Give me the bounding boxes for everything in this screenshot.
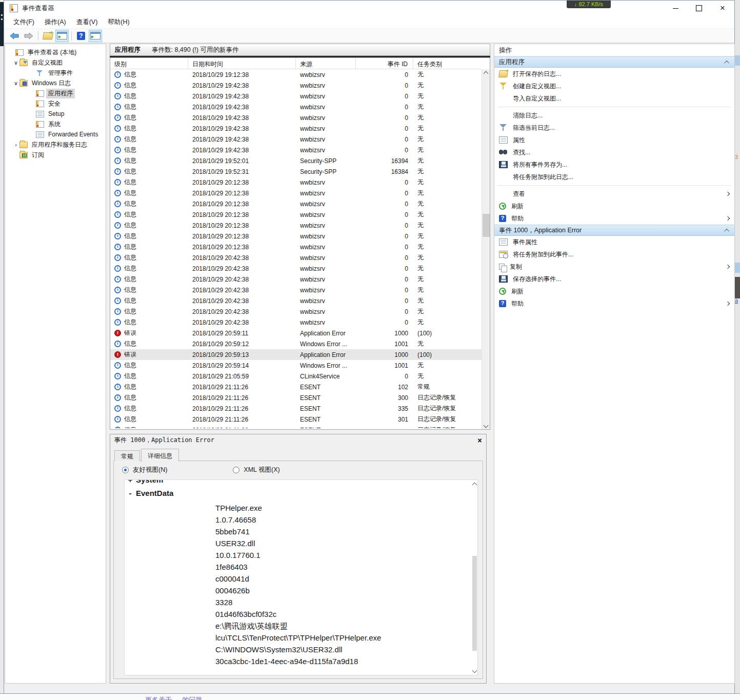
detail-scrollbar-thumb[interactable]	[472, 556, 477, 651]
action-item[interactable]: 打开保存的日志...	[494, 68, 734, 80]
table-row[interactable]: 信息 2018/10/29 20:42:38 wwbizsrv 0 无	[110, 274, 482, 285]
action-item[interactable]	[494, 183, 734, 188]
table-row[interactable]: 信息 2018/10/29 20:12:38 wwbizsrv 0 无	[110, 209, 482, 220]
action-item[interactable]: 创建自定义视图...	[494, 80, 734, 92]
action-item[interactable]: 属性	[494, 134, 734, 146]
scrollbar-thumb[interactable]	[483, 214, 490, 237]
back-button[interactable]	[8, 30, 21, 42]
action-item[interactable]: 刷新	[494, 285, 734, 297]
tab-general[interactable]: 常规	[114, 450, 140, 461]
column-level[interactable]: 级别	[110, 58, 188, 69]
table-row[interactable]: 信息 2018/10/29 20:42:38 wwbizsrv 0 无	[110, 285, 482, 295]
action-item[interactable]: 帮助	[494, 297, 734, 310]
table-row[interactable]: 信息 2018/10/29 21:11:26 ESENT 300 日志记录/恢复	[110, 392, 482, 403]
table-row[interactable]: 信息 2018/10/29 20:12:38 wwbizsrv 0 无	[110, 177, 482, 188]
table-row[interactable]: 错误 2018/10/29 20:59:11 Application Error…	[110, 328, 482, 338]
expand-plus-icon[interactable]: +	[125, 479, 136, 489]
action-item[interactable]: 筛选当前日志...	[494, 122, 734, 134]
column-source[interactable]: 来源	[296, 58, 356, 69]
action-item[interactable]: 帮助	[494, 212, 734, 225]
table-row[interactable]: 信息 2018/10/29 19:42:38 wwbizsrv 0 无	[110, 102, 482, 112]
forward-button[interactable]	[22, 30, 35, 42]
table-row[interactable]: 信息 2018/10/29 20:59:12 Windows Error ...…	[110, 338, 482, 349]
action-item[interactable]: 保存选择的事件...	[494, 273, 734, 285]
table-row[interactable]: 信息 2018/10/29 19:42:38 wwbizsrv 0 无	[110, 112, 482, 123]
table-row[interactable]: 错误 2018/10/29 20:59:13 Application Error…	[110, 349, 482, 360]
tree-item[interactable]: ∨ 自定义视图	[5, 57, 106, 68]
xml-view-radio[interactable]	[233, 467, 239, 473]
table-row[interactable]: 信息 2018/10/29 21:11:26 ESENT 301 日志记录/恢复	[110, 414, 482, 425]
table-row[interactable]: 信息 2018/10/29 20:12:38 wwbizsrv 0 无	[110, 198, 482, 209]
table-row[interactable]: 信息 2018/10/29 19:42:38 wwbizsrv 0 无	[110, 80, 482, 91]
scroll-up-icon[interactable]	[482, 69, 490, 77]
table-row[interactable]: 信息 2018/10/29 19:52:31 Security-SPP 1638…	[110, 166, 482, 177]
tree-item[interactable]: 应用程序	[5, 88, 106, 98]
tree-item[interactable]: › 应用程序和服务日志	[5, 139, 106, 150]
close-button[interactable]: ×	[711, 1, 734, 16]
tree-item[interactable]: 管理事件	[5, 68, 106, 78]
table-row[interactable]: 信息 2018/10/29 21:11:26 ESENT 335 日志记录/恢复	[110, 403, 482, 414]
table-row[interactable]: 信息 2018/10/29 21:11:26 ESENT 日志记录/恢复	[110, 425, 482, 428]
action-item[interactable]: 复制	[494, 261, 734, 273]
maximize-button[interactable]	[687, 1, 711, 16]
menu-file[interactable]: 文件(F)	[8, 18, 39, 27]
menu-view[interactable]: 查看(V)	[71, 18, 103, 27]
minimize-button[interactable]	[664, 1, 687, 16]
system-node[interactable]: + System	[125, 479, 477, 489]
tab-details[interactable]: 详细信息	[141, 449, 179, 462]
tree-item[interactable]: 事件查看器 (本地)	[5, 47, 106, 57]
collapse-section-icon[interactable]	[724, 228, 729, 233]
tree-expand-icon[interactable]: ›	[12, 142, 19, 148]
open-saved-log-button[interactable]	[41, 30, 54, 42]
eventdata-node[interactable]: - EventData	[125, 489, 477, 502]
collapse-minus-icon[interactable]: -	[125, 489, 136, 502]
table-row[interactable]: 信息 2018/10/29 20:42:38 wwbizsrv 0 无	[110, 306, 482, 317]
action-item[interactable]: 将任务附加到此日志...	[494, 171, 734, 183]
show-console-tree-button[interactable]	[55, 30, 69, 42]
tree-item[interactable]: Setup	[5, 109, 106, 119]
table-row[interactable]: 信息 2018/10/29 19:42:38 wwbizsrv 0 无	[110, 134, 482, 145]
table-row[interactable]: 信息 2018/10/29 20:42:38 wwbizsrv 0 无	[110, 317, 482, 328]
table-row[interactable]: 信息 2018/10/29 20:12:38 wwbizsrv 0 无	[110, 231, 482, 242]
actions-section-log-header[interactable]: 应用程序	[494, 56, 734, 68]
table-row[interactable]: 信息 2018/10/29 20:42:38 wwbizsrv 0 无	[110, 295, 482, 306]
detail-scroll-down-icon[interactable]	[473, 667, 476, 674]
table-scrollbar[interactable]	[482, 69, 490, 429]
tree-item[interactable]: ∨ Windows 日志	[5, 78, 106, 88]
table-row[interactable]: 信息 2018/10/29 20:42:38 wwbizsrv 0 无	[110, 252, 482, 263]
tree-item[interactable]: 订阅	[5, 150, 106, 160]
table-row[interactable]: 信息 2018/10/29 19:52:01 Security-SPP 1639…	[110, 155, 482, 166]
table-row[interactable]: 信息 2018/10/29 19:42:38 wwbizsrv 0 无	[110, 145, 482, 155]
menu-help[interactable]: 帮助(H)	[103, 18, 134, 27]
table-row[interactable]: 信息 2018/10/29 20:12:38 wwbizsrv 0 无	[110, 242, 482, 252]
table-row[interactable]: 信息 2018/10/29 20:12:38 wwbizsrv 0 无	[110, 220, 482, 231]
table-row[interactable]: 信息 2018/10/29 21:05:59 CLink4Service 0 无	[110, 371, 482, 382]
collapse-section-icon[interactable]	[724, 60, 729, 65]
table-row[interactable]: 信息 2018/10/29 19:12:38 wwbizsrv 0 无	[110, 69, 482, 80]
action-item[interactable]: 查看	[494, 188, 734, 200]
help-button[interactable]: ?	[74, 30, 88, 42]
action-item[interactable]: 查找...	[494, 146, 734, 158]
table-row[interactable]: 信息 2018/10/29 20:42:38 wwbizsrv 0 无	[110, 263, 482, 274]
column-datetime[interactable]: 日期和时间	[188, 58, 296, 69]
actions-section-event-header[interactable]: 事件 1000，Application Error	[494, 225, 734, 236]
table-row[interactable]: 信息 2018/10/29 20:12:38 wwbizsrv 0 无	[110, 188, 482, 198]
table-row[interactable]: 信息 2018/10/29 19:42:38 wwbizsrv 0 无	[110, 123, 482, 134]
action-item[interactable]: 导入自定义视图...	[494, 92, 734, 105]
table-row[interactable]: 信息 2018/10/29 19:42:38 wwbizsrv 0 无	[110, 91, 482, 102]
action-item[interactable]: 事件属性	[494, 236, 734, 248]
action-item[interactable]	[494, 105, 734, 109]
action-item[interactable]: 将任务附加到此事件...	[494, 248, 734, 261]
column-task-category[interactable]: 任务类别	[413, 58, 482, 69]
tree-item[interactable]: 系统	[5, 119, 106, 129]
menu-action[interactable]: 操作(A)	[39, 18, 71, 27]
tree-item[interactable]: 安全	[5, 98, 106, 109]
action-item[interactable]: 将所有事件另存为...	[494, 158, 734, 171]
tree-expand-icon[interactable]: ∨	[12, 80, 19, 87]
table-row[interactable]: 信息 2018/10/29 21:11:26 ESENT 102 常规	[110, 382, 482, 392]
table-row[interactable]: 信息 2018/10/29 20:59:14 Windows Error ...…	[110, 360, 482, 371]
tree-expand-icon[interactable]: ∨	[12, 59, 19, 66]
tree-item[interactable]: Forwarded Events	[5, 129, 106, 139]
action-item[interactable]: 清除日志...	[494, 109, 734, 122]
friendly-view-radio[interactable]	[122, 467, 129, 473]
